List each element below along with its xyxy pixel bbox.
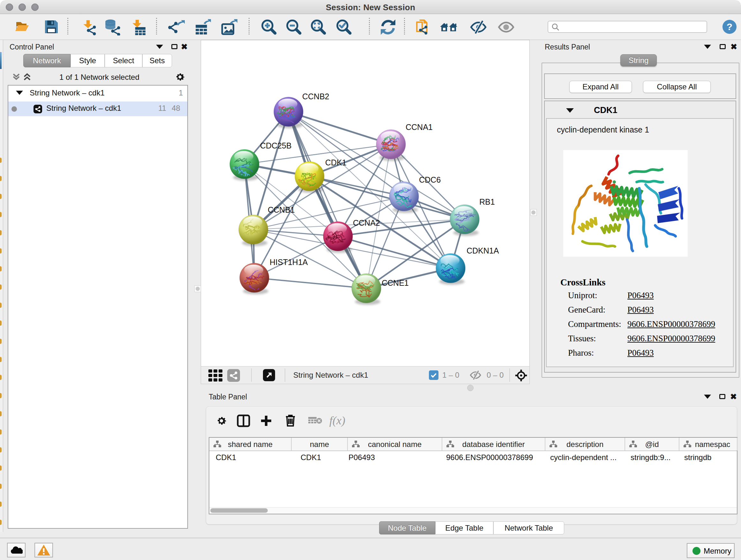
svg-text:CDKN1A: CDKN1A	[467, 246, 499, 255]
svg-text:CDC6: CDC6	[419, 175, 441, 184]
svg-text:CCNB1: CCNB1	[268, 205, 295, 214]
svg-text:CCNA1: CCNA1	[406, 123, 433, 132]
svg-text:CCNB2: CCNB2	[302, 92, 329, 101]
svg-text:CCNA2: CCNA2	[353, 219, 380, 227]
svg-text:HIST1H1A: HIST1H1A	[270, 258, 308, 266]
svg-text:CDC25B: CDC25B	[260, 141, 292, 150]
svg-text:?: ?	[727, 21, 732, 32]
svg-text:CCNE1: CCNE1	[382, 278, 409, 287]
svg-text:RB1: RB1	[479, 197, 495, 206]
svg-text:CDK1: CDK1	[325, 158, 347, 167]
